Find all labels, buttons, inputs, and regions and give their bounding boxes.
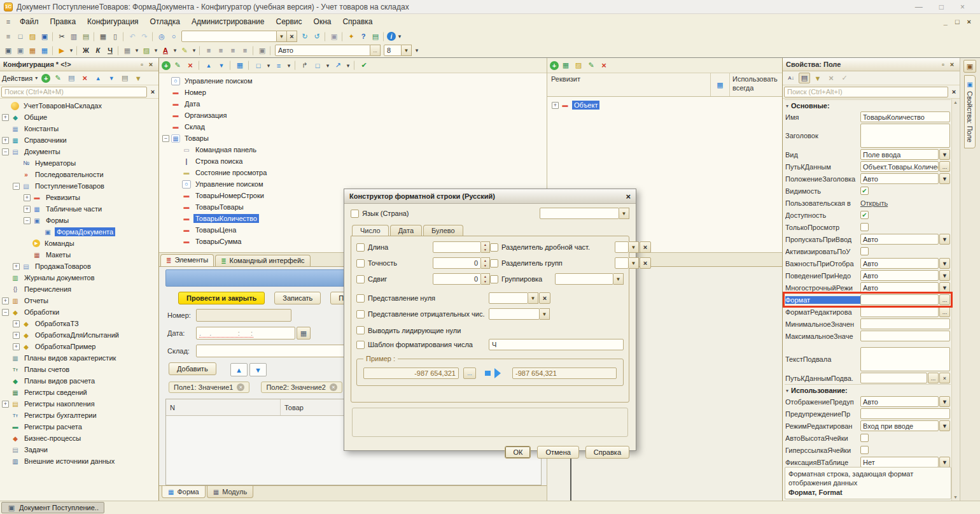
help-button[interactable]: Справка xyxy=(585,446,629,459)
toolbar-icon[interactable] xyxy=(396,31,403,42)
group-separator-field[interactable] xyxy=(615,257,629,269)
precision-checkbox[interactable] xyxy=(356,259,365,268)
grouping-checkbox[interactable] xyxy=(490,275,498,283)
toolbar-icon[interactable] xyxy=(68,31,80,42)
properties-scrollbar[interactable]: ▲▼ xyxy=(951,99,959,501)
toolbar-icon[interactable] xyxy=(97,31,109,42)
form-toolbar-icon[interactable] xyxy=(265,60,272,71)
property-checkbox[interactable] xyxy=(860,446,869,454)
property-value[interactable]: Объект.Товары.Количест xyxy=(860,161,939,172)
toolbar-icon[interactable] xyxy=(68,45,74,56)
chevron-down-icon[interactable]: ▼ xyxy=(613,273,624,285)
tree-node-label[interactable]: ОбработкаДляИспытаний xyxy=(33,331,121,339)
chevron-down-icon[interactable]: ▼ xyxy=(939,173,950,184)
filter-chip[interactable]: Поле1: Значение1 × xyxy=(169,382,249,393)
toolbar-overflow-icon[interactable] xyxy=(414,45,420,56)
property-value[interactable] xyxy=(860,306,939,317)
negative-presentation-checkbox[interactable] xyxy=(356,310,365,318)
tree-expander-icon[interactable] xyxy=(162,135,169,142)
properties-toolbar-icon[interactable] xyxy=(839,73,850,83)
properties-search-input[interactable]: Поиск (Ctrl+Alt+I) xyxy=(784,87,948,97)
attributes-toolbar-icon[interactable] xyxy=(573,60,584,71)
toolbar-icon[interactable] xyxy=(52,46,54,55)
properties-toolbar-icon[interactable] xyxy=(785,73,797,83)
tree-node-label[interactable]: Регистры накопления xyxy=(22,399,97,408)
length-checkbox[interactable] xyxy=(356,243,365,252)
example-input[interactable]: -987 654,321 xyxy=(363,368,459,379)
use-always-column-header[interactable]: Использовать всегда xyxy=(730,73,782,96)
form-toolbar-icon[interactable] xyxy=(162,61,171,70)
menu-item[interactable]: Сервис xyxy=(270,16,307,27)
zero-presentation-checkbox[interactable] xyxy=(356,294,365,303)
system-menu-icon[interactable] xyxy=(3,17,14,27)
element-label[interactable]: Организация xyxy=(183,111,228,120)
toolbar-icon[interactable] xyxy=(56,31,67,42)
attributes-toolbar-icon[interactable] xyxy=(550,61,559,70)
tree-node-label[interactable]: Общие xyxy=(22,113,49,122)
property-value[interactable]: Нет xyxy=(860,457,939,468)
toolbar-icon[interactable] xyxy=(299,31,311,42)
form-toolbar-icon[interactable] xyxy=(354,61,356,70)
dock-panel-icon[interactable]: ▣ xyxy=(963,60,976,73)
tree-node-label[interactable]: Документы xyxy=(22,147,62,156)
ellipsis-button[interactable]: ... xyxy=(939,161,950,172)
search-combo[interactable]: ▼ × xyxy=(181,31,297,42)
properties-toolbar-icon[interactable] xyxy=(812,73,823,83)
tree-row[interactable]: Последовательности xyxy=(1,169,158,180)
ellipsis-button[interactable]: ... xyxy=(370,45,381,56)
property-value[interactable]: Авто xyxy=(860,173,939,184)
toolbar-icon[interactable] xyxy=(122,45,133,56)
tree-row[interactable]: Команды xyxy=(1,238,158,249)
property-value[interactable] xyxy=(860,318,950,329)
actions-toolbar-icon[interactable] xyxy=(41,74,50,83)
chevron-down-icon[interactable]: ▼ xyxy=(277,31,287,42)
chip-close-icon[interactable]: × xyxy=(330,383,337,391)
tree-expander-icon[interactable] xyxy=(24,217,31,224)
tree-row[interactable]: Внешние источники данных xyxy=(1,455,158,467)
menu-item[interactable]: Отладка xyxy=(144,16,186,27)
chevron-down-icon[interactable]: ▼ xyxy=(939,396,950,407)
element-label[interactable]: ТоварыЦена xyxy=(193,225,238,234)
number-template-checkbox[interactable] xyxy=(356,341,365,349)
length-field[interactable] xyxy=(433,241,481,253)
menu-item[interactable]: Окна xyxy=(308,16,337,27)
chevron-down-icon[interactable]: ▼ xyxy=(939,420,950,431)
toolbar-icon[interactable] xyxy=(153,45,159,56)
form-toolbar-icon[interactable] xyxy=(199,61,200,70)
toolbar-icon[interactable] xyxy=(104,45,116,56)
chevron-down-icon[interactable]: ▼ xyxy=(939,258,950,269)
toolbar-icon[interactable] xyxy=(311,31,323,42)
property-value[interactable]: Авто xyxy=(860,282,939,293)
tree-row[interactable]: Справочники xyxy=(1,134,158,146)
tree-row[interactable]: Константы xyxy=(1,123,158,134)
tree-expander-icon[interactable] xyxy=(2,297,9,304)
toolbar-icon[interactable] xyxy=(27,31,38,42)
chevron-down-icon[interactable]: ▼ xyxy=(939,457,950,468)
tree-expander-icon[interactable] xyxy=(13,183,20,190)
tree-node-label[interactable]: ПродажаТоваров xyxy=(33,262,93,271)
form-toolbar-icon[interactable] xyxy=(295,61,297,70)
tree-node-label[interactable]: Регистры расчета xyxy=(22,422,84,431)
tree-node-label[interactable]: Отчеты xyxy=(22,296,50,305)
toolbar-icon[interactable] xyxy=(256,45,268,56)
element-label[interactable]: ТоварыНомерСтроки xyxy=(193,191,266,200)
leading-zeros-checkbox[interactable] xyxy=(356,326,365,334)
element-row[interactable]: Состояние просмотра xyxy=(162,167,547,178)
chevron-down-icon[interactable]: ▼ xyxy=(629,241,639,253)
element-row[interactable]: Организация xyxy=(162,110,547,121)
toolbar-icon[interactable] xyxy=(358,31,369,42)
toolbar-icon[interactable] xyxy=(94,32,95,41)
tree-row[interactable]: Реквизиты xyxy=(1,192,158,203)
toolbar-icon[interactable] xyxy=(127,31,138,42)
tree-expander-icon[interactable] xyxy=(24,194,31,201)
property-checkbox[interactable] xyxy=(860,223,869,231)
frac-separator-field[interactable] xyxy=(615,241,629,253)
toolbar-icon[interactable] xyxy=(39,31,50,42)
chevron-down-icon[interactable]: ▼ xyxy=(939,234,950,245)
tree-row[interactable]: ПоступлениеТоваров xyxy=(1,180,158,192)
toolbar-icon[interactable] xyxy=(346,31,357,42)
clear-icon[interactable]: × xyxy=(640,257,651,269)
language-checkbox[interactable] xyxy=(351,210,359,218)
clear-search-icon[interactable]: × xyxy=(287,31,297,42)
tree-row[interactable]: Регистры накопления xyxy=(1,398,158,410)
